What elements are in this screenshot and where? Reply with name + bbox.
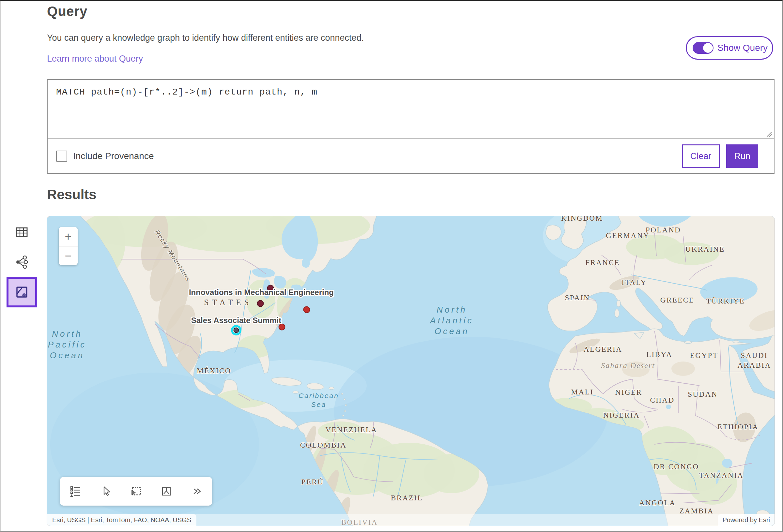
- map-label-spain: SPAIN: [565, 294, 590, 302]
- page-title: Query: [47, 4, 88, 19]
- map-label-dr-congo: DR CONGO: [654, 463, 699, 471]
- select-by-rectangle-button[interactable]: [121, 477, 151, 506]
- table-icon: [14, 224, 30, 240]
- query-editor: MATCH path=(n)-[r*..2]->(m) return path,…: [47, 79, 775, 174]
- query-input[interactable]: MATCH path=(n)-[r*..2]->(m) return path,…: [48, 80, 774, 138]
- landmass-ireland: [546, 225, 561, 240]
- entity-label-sales-associate-summit: Sales Associate Summit: [191, 316, 282, 325]
- map-label-greece: GREECE: [660, 296, 694, 304]
- map-label-colombia: COLOMBIA: [300, 441, 347, 449]
- map-label-per: PERÚ: [302, 477, 324, 486]
- resize-handle-icon[interactable]: [764, 129, 772, 137]
- attribution-sources: Esri, USGS | Esri, TomTom, FAO, NOAA, US…: [47, 514, 196, 526]
- clear-button[interactable]: Clear: [682, 144, 720, 168]
- results-title: Results: [47, 187, 97, 202]
- query-footer: Include Provenance Clear Run: [48, 139, 774, 173]
- map-label-egypt: EGYPT: [690, 352, 718, 360]
- sidebar-item-map-view-selected[interactable]: [6, 277, 37, 307]
- island-puerto-rico: [329, 387, 334, 390]
- legend-icon: [69, 485, 82, 498]
- map-label-angola: ANGOLA: [639, 499, 676, 507]
- run-button[interactable]: Run: [726, 144, 758, 168]
- include-provenance-label: Include Provenance: [73, 151, 154, 161]
- island-jamaica: [293, 391, 299, 394]
- expand-toolbar-button[interactable]: [182, 477, 212, 506]
- toggle-knob: [703, 43, 713, 53]
- results-map[interactable]: KINGDOMPOLANDGERMANYUKRAINEFRANCEITALYSP…: [47, 216, 775, 526]
- sidebar-item-graph-view[interactable]: [14, 254, 30, 270]
- include-provenance-checkbox[interactable]: [56, 151, 67, 162]
- map-label-algeria: ALGERIA: [584, 345, 622, 353]
- map-label-germany: GERMANY: [606, 231, 650, 240]
- select-by-polygon-button[interactable]: [151, 477, 182, 506]
- graph-icon: [14, 254, 30, 270]
- entity-point-selected[interactable]: [234, 328, 239, 333]
- island-cyprus: [733, 340, 739, 343]
- query-page: Query You can query a knowledge graph to…: [0, 0, 783, 532]
- zoom-out-button[interactable]: −: [59, 246, 77, 265]
- map-label-libya: LIBYA: [646, 351, 672, 359]
- map-label-t-rkiye: TÜRKIYE: [706, 297, 745, 305]
- zoom-control: + −: [59, 227, 77, 265]
- entity-point[interactable]: [279, 324, 285, 330]
- double-chevron-right-icon: [190, 485, 203, 498]
- map-label-north-pacific-ocean: NorthPacificOcean: [48, 329, 87, 360]
- sidebar-item-table-view[interactable]: [14, 224, 30, 240]
- query-description: You can query a knowledge graph to ident…: [47, 33, 364, 43]
- legend-button[interactable]: [60, 477, 90, 506]
- map-label-m-xico: MÉXICO: [197, 367, 231, 375]
- island-corsica: [617, 300, 621, 307]
- map-label-kingdom: KINGDOM: [561, 216, 603, 222]
- map-label-ethiopia: ETHIOPIA: [717, 423, 758, 431]
- map-label-chad: CHAD: [650, 396, 675, 404]
- map-label-tanzania: TANZANIA: [699, 471, 744, 479]
- island-sardinia: [615, 309, 619, 318]
- learn-more-link[interactable]: Learn more about Query: [47, 54, 143, 64]
- map-label-mali: MALI: [571, 388, 594, 396]
- map-toolbar: [60, 477, 212, 506]
- island-crete: [685, 341, 692, 343]
- map-label-brazil: BRAZIL: [391, 494, 423, 502]
- map-label-nigeria: NIGERIA: [603, 411, 640, 419]
- map-icon: [15, 285, 29, 299]
- map-label-sahara-desert: Sahara Desert: [601, 361, 655, 370]
- map-label-ukraine: UKRAINE: [685, 245, 725, 253]
- map-label-niger: NIGER: [615, 388, 643, 396]
- pointer-tool-button[interactable]: [90, 477, 121, 506]
- lake-victoria: [722, 459, 732, 468]
- map-label-sudan: SUDAN: [688, 390, 718, 398]
- map-label-italy: ITALY: [622, 278, 647, 287]
- zoom-in-button[interactable]: +: [59, 227, 77, 246]
- entity-point[interactable]: [257, 301, 263, 307]
- map-label-poland: POLAND: [646, 226, 681, 234]
- show-query-toggle[interactable]: Show Query: [686, 36, 773, 60]
- map-label-france: FRANCE: [585, 259, 620, 267]
- show-query-label: Show Query: [717, 43, 768, 53]
- select-polygon-icon: [160, 485, 173, 498]
- pointer-icon: [99, 485, 112, 498]
- entity-point[interactable]: [304, 307, 310, 313]
- lake-chad: [666, 404, 671, 409]
- toggle-switch[interactable]: [693, 42, 714, 54]
- attribution-powered-by: Powered by Esri: [718, 514, 775, 526]
- select-rectangle-icon: [129, 485, 143, 498]
- map-label-states: STATES: [204, 298, 252, 307]
- map-label-venezuela: VENEZUELA: [325, 426, 377, 434]
- entity-label-innovations-in-mechanical-engineering: Innovations in Mechanical Engineering: [189, 288, 334, 297]
